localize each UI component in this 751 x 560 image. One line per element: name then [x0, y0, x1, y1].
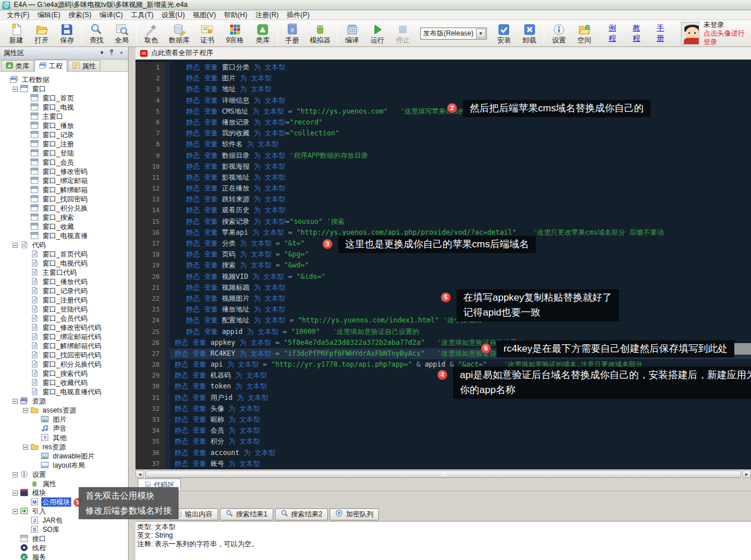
- tree-item[interactable]: 窗口_播放: [0, 121, 128, 130]
- open-folder-button[interactable]: 打开: [29, 21, 54, 46]
- global-search-button[interactable]: 全局: [109, 21, 134, 46]
- user-avatar[interactable]: [681, 22, 699, 45]
- android-emulator-button[interactable]: 模拟器: [305, 21, 335, 46]
- tree-item[interactable]: 窗口_会员: [0, 158, 128, 167]
- menu-item[interactable]: 工具(T): [127, 10, 157, 21]
- tree-item[interactable]: 窗口_找回密码: [0, 195, 128, 204]
- code-line-12[interactable]: 12静态 变量 正在播放 为 文本型: [136, 183, 751, 194]
- code-editor[interactable]: 1静态 变量 窗口分类 为 文本型2静态 变量 图片 为 文本型3静态 变量 地…: [136, 60, 751, 469]
- tree-item[interactable]: 窗口_绑定邮箱: [0, 176, 128, 185]
- panel-menu-button[interactable]: ▼: [98, 49, 106, 57]
- code-line-9[interactable]: 9静态 变量 数据目录 为 文本型 '程序APP数据的存放目录: [136, 150, 751, 161]
- chevron-down-icon[interactable]: ▼: [476, 29, 486, 38]
- tree-item[interactable]: 声音: [0, 424, 128, 433]
- tree-item[interactable]: 窗口_会员代码: [0, 314, 128, 323]
- certificate-button[interactable]: 证书: [194, 21, 219, 46]
- tree-item[interactable]: assets资源: [0, 406, 128, 415]
- horizontal-scrollbar[interactable]: ◀ ▶: [136, 469, 751, 478]
- tree-item[interactable]: 资源: [0, 396, 128, 406]
- tree-item[interactable]: 窗口_搜索代码: [0, 369, 128, 378]
- menu-item[interactable]: 插件(P): [283, 10, 313, 21]
- tree-item[interactable]: 窗口_修改密码: [0, 167, 128, 176]
- tree-expander[interactable]: [13, 399, 18, 404]
- code-line-33[interactable]: 33静态 变量 昵称 为 文本型: [136, 414, 751, 425]
- tree-expander[interactable]: [13, 87, 18, 92]
- manual-book-button[interactable]: ?手册: [280, 21, 305, 46]
- find-magnifier-button[interactable]: 查找: [84, 21, 109, 46]
- code-line-8[interactable]: 8静态 变量 软件名 为 文本型: [136, 139, 751, 150]
- tree-item[interactable]: 窗口_收藏代码: [0, 378, 128, 387]
- tree-expander[interactable]: [13, 509, 18, 514]
- tree-item[interactable]: 接口: [0, 534, 128, 543]
- panel-tab-类库[interactable]: 类库: [1, 60, 34, 71]
- tree-item[interactable]: 图片: [0, 415, 128, 424]
- tree-item[interactable]: 窗口_记录: [0, 130, 128, 139]
- tab-加密队列[interactable]: 加密队列: [330, 508, 379, 520]
- tree-item[interactable]: C服务: [0, 553, 128, 560]
- tree-item[interactable]: ?其他: [0, 433, 128, 442]
- code-line-13[interactable]: 13静态 变量 跳转来源 为 文本型: [136, 194, 751, 205]
- panel-splitter[interactable]: [129, 47, 136, 560]
- code-line-34[interactable]: 34静态 变量 会员 为 文本型: [136, 425, 751, 436]
- tree-item[interactable]: 窗口_积分兑换: [0, 204, 128, 213]
- tree-item[interactable]: 窗口_注册代码: [0, 295, 128, 305]
- tree-expander[interactable]: [13, 491, 18, 496]
- tree-item[interactable]: 窗口_登陆代码: [0, 305, 128, 314]
- tree-item[interactable]: 窗口_积分兑换代码: [0, 360, 128, 369]
- tree-item[interactable]: 窗口_修改密码代码: [0, 323, 128, 332]
- code-line-37[interactable]: 37静态 变量 账号 为 文本型: [136, 458, 751, 469]
- code-line-7[interactable]: 7静态 变量 我的收藏 为 文本型="collection": [136, 128, 751, 139]
- code-line-14[interactable]: 14静态 变量 观看历史 为 文本型: [136, 205, 751, 216]
- tree-item[interactable]: 窗口_解绑邮箱代码: [0, 341, 128, 351]
- tree-item[interactable]: 工程数据: [0, 75, 128, 84]
- tree-item[interactable]: 线程: [0, 543, 128, 553]
- tree-item[interactable]: 窗口_注册: [0, 139, 128, 149]
- code-line-35[interactable]: 35静态 变量 积分 为 文本型: [136, 436, 751, 447]
- scroll-thumb[interactable]: [145, 470, 741, 478]
- code-line-20[interactable]: 20静态 变量 视频VID 为 文本型 = "&ids=": [136, 271, 751, 282]
- tree-item[interactable]: 窗口_搜索: [0, 213, 128, 222]
- tree-item[interactable]: 代码: [0, 240, 128, 250]
- class-library-button[interactable]: 类库: [250, 21, 276, 46]
- database-button[interactable]: 数据库: [164, 21, 195, 46]
- code-line-5[interactable]: 5静态 变量 CMS地址 为 文本型 = "http://ys.yuenos.c…: [136, 106, 751, 117]
- code-line-36[interactable]: 36静态 变量 account 为 文本型: [136, 448, 751, 458]
- code-line-15[interactable]: 15静态 变量 搜索记录 为 文本型="sousuo" '搜索: [136, 216, 751, 227]
- code-line-1[interactable]: 1静态 变量 窗口分类 为 文本型: [136, 62, 751, 73]
- tree-item[interactable]: 主窗口代码: [0, 268, 128, 277]
- login-hint[interactable]: 点击头像进行登录: [703, 29, 750, 46]
- tab-搜索结果1[interactable]: 搜索结果1: [220, 508, 273, 520]
- panel-tab-属性[interactable]: 属性: [68, 60, 100, 71]
- code-line-10[interactable]: 10静态 变量 影视海报 为 文本型: [136, 161, 751, 172]
- tree-expander[interactable]: [13, 472, 18, 477]
- scroll-right-arrow[interactable]: ▶: [742, 470, 751, 478]
- tree-item[interactable]: 窗口_电视直播代码: [0, 387, 128, 396]
- grid9-button[interactable]: 9宫格: [220, 21, 250, 46]
- code-line-4[interactable]: 4静态 变量 详细信息 为 文本型: [136, 95, 751, 106]
- code-line-2[interactable]: 2静态 变量 图片 为 文本型: [136, 73, 751, 84]
- tree-item[interactable]: 窗口_首页: [0, 94, 128, 103]
- settings-info-button[interactable]: 设置: [546, 21, 571, 46]
- tree-item[interactable]: layout布局: [0, 461, 128, 470]
- tree-expander[interactable]: [23, 408, 28, 413]
- menu-item[interactable]: 帮助(H): [220, 10, 251, 21]
- tree-item[interactable]: 窗口_解绑邮箱: [0, 185, 128, 195]
- tree-item[interactable]: 窗口_找回密码代码: [0, 351, 128, 360]
- panel-close-button[interactable]: ×: [117, 49, 126, 57]
- color-picker-button[interactable]: 取色: [138, 21, 164, 46]
- tree-item[interactable]: 窗口_电视直播: [0, 231, 128, 240]
- space-folder-button[interactable]: 空间: [572, 21, 597, 46]
- code-line-6[interactable]: 6静态 变量 播放记录 为 文本型="record": [136, 117, 751, 128]
- scroll-left-arrow[interactable]: ◀: [136, 470, 144, 478]
- panel-tab-工程[interactable]: 工程: [34, 60, 67, 72]
- code-line-19[interactable]: 19静态 变量 搜索 为 文本型 = "&wd=": [136, 260, 751, 271]
- code-line-32[interactable]: 32静态 变量 头像 为 文本型: [136, 403, 751, 414]
- tree-item[interactable]: 窗口_绑定邮箱代码: [0, 332, 128, 341]
- tree-item[interactable]: 窗口_电视代码: [0, 259, 128, 268]
- link-2[interactable]: 手册: [657, 23, 668, 44]
- tree-item[interactable]: 窗口_登陆: [0, 149, 128, 158]
- tree-item[interactable]: 窗口: [0, 84, 128, 94]
- run-play-button[interactable]: 运行: [365, 21, 390, 46]
- tree-item[interactable]: 窗口_电视: [0, 103, 128, 112]
- tree-item[interactable]: SSO库: [0, 525, 128, 534]
